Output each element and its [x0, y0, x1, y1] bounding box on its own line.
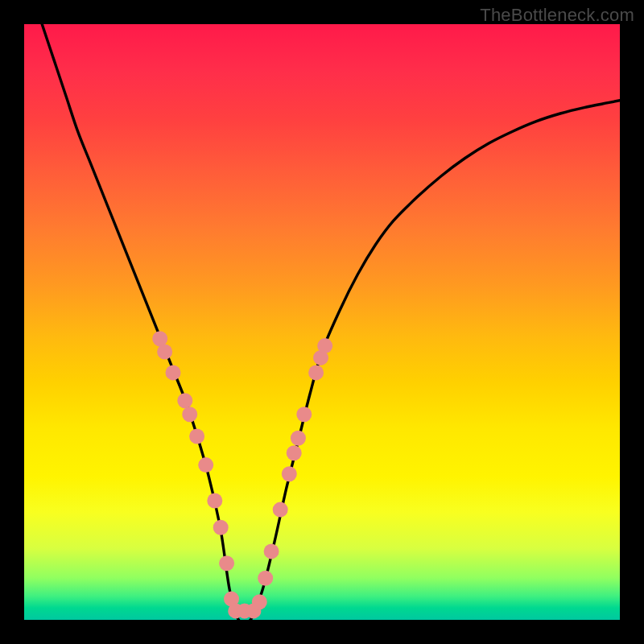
- data-point: [219, 555, 234, 571]
- data-point: [189, 429, 204, 444]
- data-point: [207, 493, 222, 509]
- bottleneck-curve: [42, 24, 620, 620]
- data-point: [198, 457, 213, 473]
- data-point: [152, 331, 167, 346]
- data-point: [157, 345, 172, 360]
- data-point: [264, 543, 279, 559]
- data-point: [317, 338, 332, 353]
- data-point: [291, 431, 306, 446]
- curve-layer: [24, 24, 620, 620]
- data-point: [213, 520, 229, 535]
- data-point: [308, 365, 324, 380]
- data-point: [177, 393, 192, 408]
- data-point: [296, 407, 312, 422]
- data-point: [287, 445, 302, 460]
- data-point: [166, 365, 181, 380]
- data-point: [282, 466, 297, 481]
- plot-area: [24, 24, 620, 620]
- data-point: [273, 502, 288, 518]
- watermark-text: TheBottleneck.com: [480, 5, 634, 26]
- data-point: [182, 407, 197, 422]
- curve-markers: [152, 331, 332, 618]
- data-point: [258, 571, 273, 586]
- chart-frame: TheBottleneck.com: [0, 0, 644, 644]
- data-point: [252, 594, 267, 609]
